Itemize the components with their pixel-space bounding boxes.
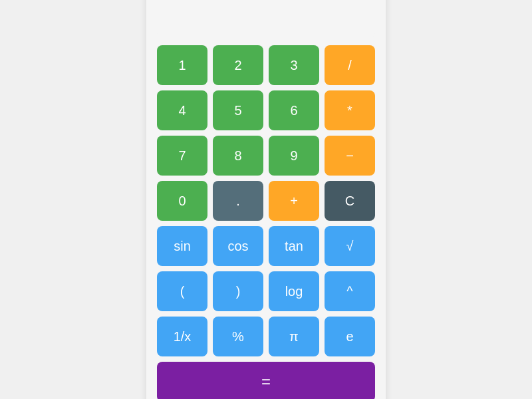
btn-add[interactable]: +: [269, 181, 319, 221]
btn-9[interactable]: 9: [269, 136, 319, 176]
btn-8[interactable]: 8: [213, 136, 263, 176]
btn-4[interactable]: 4: [157, 90, 207, 130]
btn-euler[interactable]: e: [325, 317, 375, 356]
btn-5[interactable]: 5: [213, 90, 263, 130]
btn-7[interactable]: 7: [157, 136, 207, 176]
btn-log[interactable]: log: [269, 271, 319, 311]
btn-clear[interactable]: C: [325, 181, 375, 221]
btn-pi[interactable]: π: [269, 317, 319, 356]
btn-divide[interactable]: /: [325, 45, 375, 85]
btn-percent[interactable]: %: [213, 317, 263, 356]
btn-reciprocal[interactable]: 1/x: [157, 317, 207, 356]
btn-sin[interactable]: sin: [157, 226, 207, 266]
btn-6[interactable]: 6: [269, 90, 319, 130]
btn-2[interactable]: 2: [213, 45, 263, 85]
btn-1[interactable]: 1: [157, 45, 207, 85]
btn-tan[interactable]: tan: [269, 226, 319, 266]
btn-power[interactable]: ^: [325, 271, 375, 311]
btn-cos[interactable]: cos: [213, 226, 263, 266]
btn-equals[interactable]: =: [157, 362, 375, 399]
btn-3[interactable]: 3: [269, 45, 319, 85]
btn-decimal[interactable]: .: [213, 181, 263, 221]
btn-0[interactable]: 0: [157, 181, 207, 221]
btn-lparen[interactable]: (: [157, 271, 207, 311]
button-grid: 123/456*789−0.+Csincostan√()log^1/x%πe=: [157, 45, 375, 399]
btn-multiply[interactable]: *: [325, 90, 375, 130]
btn-subtract[interactable]: −: [325, 136, 375, 176]
calculator: 123/456*789−0.+Csincostan√()log^1/x%πe=: [146, 0, 386, 399]
btn-rparen[interactable]: ): [213, 271, 263, 311]
btn-sqrt[interactable]: √: [325, 226, 375, 266]
display: [157, 0, 375, 37]
